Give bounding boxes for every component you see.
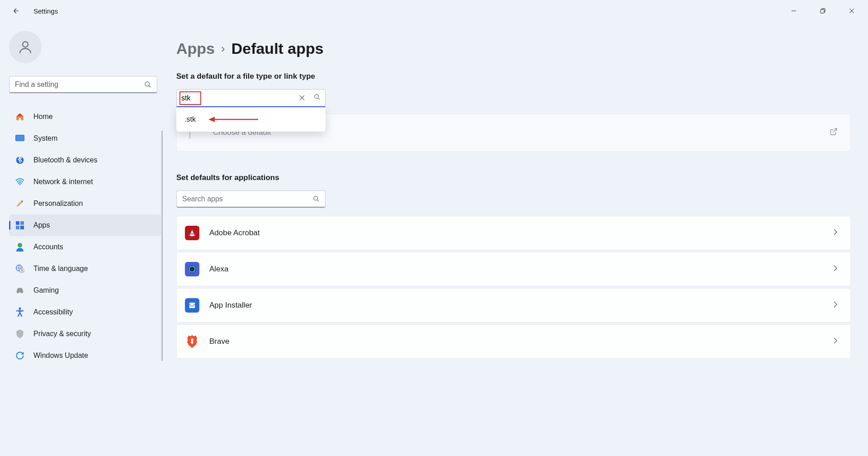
nav-label: Windows Update: [33, 352, 88, 360]
settings-search[interactable]: [9, 76, 157, 93]
shield-icon: [15, 329, 24, 338]
search-button[interactable]: [314, 94, 321, 102]
window-controls: [781, 2, 864, 20]
avatar[interactable]: [9, 31, 42, 63]
sidebar: Home System Bluetooth & devices Network …: [0, 22, 163, 456]
app-item-app-installer[interactable]: App Installer: [176, 288, 851, 323]
window-title: Settings: [33, 7, 58, 15]
close-button[interactable]: [839, 2, 864, 20]
filetype-search-input[interactable]: [181, 94, 299, 102]
nav-list: Home System Bluetooth & devices Network …: [9, 106, 161, 366]
nav-item-gaming[interactable]: Gaming: [9, 280, 161, 301]
accessibility-icon: [15, 308, 24, 317]
nav-item-network[interactable]: Network & internet: [9, 171, 161, 193]
nav-item-accounts[interactable]: Accounts: [9, 236, 161, 258]
bluetooth-icon: [15, 156, 24, 165]
page-title: Default apps: [231, 40, 324, 57]
user-icon: [17, 39, 33, 55]
nav-label: Accounts: [33, 243, 63, 251]
globe-clock-icon: [15, 264, 24, 273]
nav-label: Gaming: [33, 286, 59, 294]
nav-label: Apps: [33, 221, 50, 229]
person-icon: [15, 242, 24, 252]
chevron-right-icon: [833, 301, 838, 310]
nav-item-apps[interactable]: Apps: [9, 214, 161, 236]
settings-search-input[interactable]: [15, 81, 144, 89]
nav-label: Accessibility: [33, 308, 73, 316]
svg-point-18: [18, 290, 19, 290]
svg-rect-14: [20, 226, 24, 229]
nav-label: Personalization: [33, 200, 83, 208]
svg-rect-1: [821, 10, 824, 13]
app-search-input[interactable]: [182, 195, 313, 203]
close-icon: [849, 8, 854, 14]
back-button[interactable]: [8, 3, 24, 19]
nav-item-personalization[interactable]: Personalization: [9, 193, 161, 214]
apps-heading: Set defaults for applications: [176, 173, 851, 182]
search-icon: [314, 94, 321, 100]
app-search[interactable]: [176, 190, 326, 208]
app-item-alexa[interactable]: Alexa: [176, 252, 851, 286]
suggestion-text: .stk: [184, 115, 196, 124]
svg-point-4: [23, 42, 28, 47]
nav-item-system[interactable]: System: [9, 128, 161, 149]
app-installer-icon: [185, 298, 199, 313]
svg-line-28: [317, 200, 319, 201]
nav-label: Privacy & security: [33, 330, 91, 338]
chevron-right-icon: [833, 228, 838, 238]
main-content: Apps › Default apps Set a default for a …: [163, 22, 868, 456]
back-arrow-icon: [12, 7, 20, 15]
svg-point-27: [314, 196, 318, 200]
content-area: Home System Bluetooth & devices Network …: [0, 22, 868, 456]
nav-item-bluetooth[interactable]: Bluetooth & devices: [9, 149, 161, 171]
gamepad-icon: [15, 286, 24, 295]
open-external-icon: [830, 128, 838, 138]
app-name: Adobe Acrobat: [209, 228, 260, 238]
maximize-icon: [820, 8, 826, 14]
svg-line-6: [149, 86, 151, 87]
system-icon: [15, 134, 24, 143]
alexa-icon: [185, 262, 199, 276]
svg-rect-13: [16, 226, 19, 229]
svg-line-24: [318, 98, 320, 100]
svg-rect-8: [16, 135, 24, 141]
svg-rect-12: [20, 221, 24, 225]
search-icon: [313, 195, 320, 202]
minimize-button[interactable]: [781, 2, 807, 20]
app-list: Adobe Acrobat Alexa: [176, 216, 851, 359]
nav-label: Time & language: [33, 265, 88, 273]
apps-icon: [15, 221, 24, 230]
sidebar-scrollbar[interactable]: [161, 130, 163, 361]
nav-item-privacy[interactable]: Privacy & security: [9, 323, 161, 345]
app-item-brave[interactable]: Brave: [176, 324, 851, 359]
suggestion-item[interactable]: .stk: [176, 113, 326, 126]
minimize-icon: [791, 8, 797, 14]
brush-icon: [15, 199, 24, 208]
clear-search-button[interactable]: [299, 94, 305, 102]
suggestion-dropdown: .stk: [176, 107, 326, 132]
filetype-search[interactable]: [176, 89, 326, 107]
adobe-acrobat-icon: [185, 226, 199, 240]
nav-label: System: [33, 134, 57, 142]
titlebar-left: Settings: [8, 3, 58, 19]
home-icon: [15, 112, 24, 121]
nav-item-accessibility[interactable]: Accessibility: [9, 301, 161, 323]
chevron-right-icon: [833, 265, 838, 274]
nav-item-windows-update[interactable]: Windows Update: [9, 345, 161, 366]
nav-label: Home: [33, 113, 53, 121]
wifi-icon: [15, 177, 24, 186]
app-name: App Installer: [209, 301, 252, 310]
svg-point-5: [145, 82, 149, 86]
titlebar: Settings: [0, 0, 868, 22]
app-item-adobe-acrobat[interactable]: Adobe Acrobat: [176, 216, 851, 250]
svg-marker-26: [208, 117, 215, 122]
svg-point-10: [19, 184, 20, 185]
nav-item-time-language[interactable]: Time & language: [9, 258, 161, 280]
app-name: Alexa: [209, 265, 229, 274]
nav-item-home[interactable]: Home: [9, 106, 161, 128]
search-icon: [144, 81, 151, 88]
breadcrumb-parent[interactable]: Apps: [176, 40, 215, 57]
update-icon: [15, 351, 24, 360]
maximize-button[interactable]: [810, 2, 835, 20]
svg-rect-11: [16, 221, 19, 225]
